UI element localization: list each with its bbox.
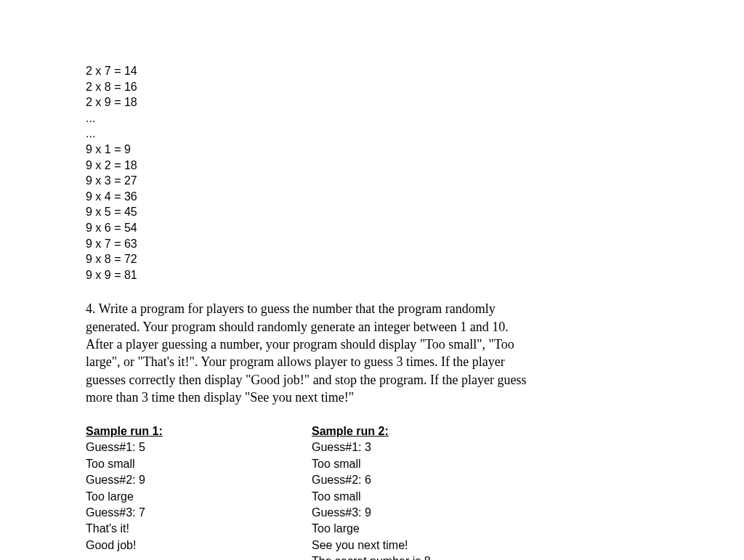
sample-2-line: Too large — [312, 521, 538, 537]
sample-1-line: Guess#3: 7 — [86, 505, 312, 521]
document-page: 2 x 7 = 14 2 x 8 = 16 2 x 9 = 18 ... ...… — [0, 0, 581, 560]
sample-1-line: Too large — [86, 489, 312, 505]
sample-2-line: Guess#2: 6 — [312, 472, 538, 488]
question-4-text: 4. Write a program for players to guess … — [86, 300, 538, 406]
sample-2-line: Guess#3: 9 — [312, 505, 538, 521]
mult-line: 9 x 3 = 27 — [86, 173, 538, 189]
sample-2-line: See you next time! — [312, 537, 538, 553]
sample-1-line: Guess#1: 5 — [86, 439, 312, 455]
sample-2-line: Guess#1: 3 — [312, 439, 538, 455]
mult-line: 9 x 7 = 63 — [86, 236, 538, 252]
sample-1-line: Too small — [86, 456, 312, 472]
sample-2-heading: Sample run 2: — [312, 423, 538, 439]
sample-run-1: Sample run 1: Guess#1: 5 Too small Guess… — [86, 423, 312, 560]
mult-line: 9 x 2 = 18 — [86, 158, 538, 174]
mult-line: 2 x 7 = 14 — [86, 63, 538, 79]
mult-line: 9 x 1 = 9 — [86, 142, 538, 158]
multiplication-table: 2 x 7 = 14 2 x 8 = 16 2 x 9 = 18 ... ...… — [86, 63, 538, 283]
sample-2-line: Too small — [312, 456, 538, 472]
mult-line: 9 x 5 = 45 — [86, 204, 538, 220]
mult-line: 9 x 4 = 36 — [86, 189, 538, 205]
mult-line: ... — [86, 126, 538, 142]
sample-2-line: Too small — [312, 489, 538, 505]
mult-line: ... — [86, 110, 538, 126]
mult-line: 2 x 8 = 16 — [86, 79, 538, 95]
mult-line: 9 x 9 = 81 — [86, 267, 538, 283]
mult-line: 9 x 6 = 54 — [86, 220, 538, 236]
sample-1-heading: Sample run 1: — [86, 423, 312, 439]
sample-runs: Sample run 1: Guess#1: 5 Too small Guess… — [86, 423, 538, 560]
sample-1-line: Good job! — [86, 537, 312, 553]
sample-1-line: Guess#2: 9 — [86, 472, 312, 488]
sample-1-line: That's it! — [86, 521, 312, 537]
sample-run-2: Sample run 2: Guess#1: 3 Too small Guess… — [312, 423, 538, 560]
mult-line: 9 x 8 = 72 — [86, 251, 538, 267]
mult-line: 2 x 9 = 18 — [86, 94, 538, 110]
sample-2-line: The secret number is 8 — [312, 553, 538, 560]
